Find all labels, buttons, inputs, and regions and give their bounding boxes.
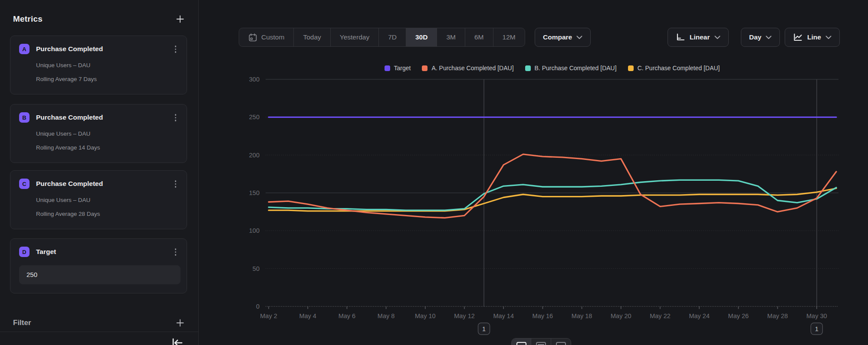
svg-text:May 16: May 16 — [533, 312, 553, 319]
legend-label: B. Purchase Completed [DAU] — [535, 65, 617, 72]
range-yesterday[interactable]: Yesterday — [331, 28, 379, 46]
chevron-down-icon — [825, 36, 832, 39]
target-value-input[interactable] — [19, 265, 181, 284]
series-b — [269, 180, 836, 210]
legend-label: Target — [394, 65, 411, 72]
add-filter-button[interactable] — [174, 317, 186, 329]
svg-text:May 30: May 30 — [806, 312, 827, 319]
svg-text:May 26: May 26 — [728, 312, 749, 319]
table-view-icon — [556, 342, 566, 345]
metric-menu-button[interactable] — [173, 179, 178, 189]
legend-item-c[interactable]: C. Purchase Completed [DAU] — [628, 65, 720, 72]
range-7d[interactable]: 7D — [379, 28, 406, 46]
target-card[interactable]: D Target — [10, 238, 187, 293]
metric-card-a[interactable]: A Purchase Completed Unique Users – DAU … — [10, 36, 187, 94]
metric-measure: Unique Users – DAU — [36, 197, 178, 203]
plus-icon — [176, 319, 184, 327]
svg-text:May 12: May 12 — [454, 312, 475, 319]
legend-label: A. Purchase Completed [DAU] — [431, 65, 513, 72]
view-toggle-split[interactable] — [531, 338, 551, 345]
collapse-sidebar-button[interactable] — [170, 337, 184, 345]
legend-swatch — [385, 65, 390, 71]
annotation-badge[interactable]: 1 — [811, 323, 822, 335]
compare-label: Compare — [543, 33, 572, 41]
legend-item-a[interactable]: A. Purchase Completed [DAU] — [422, 65, 513, 72]
range-label: 30D — [415, 33, 427, 41]
chart-type-label: Line — [807, 33, 821, 41]
split-view-icon — [536, 342, 546, 345]
svg-text:May 6: May 6 — [339, 312, 356, 319]
add-metric-button[interactable] — [174, 13, 186, 25]
svg-text:1: 1 — [482, 325, 486, 332]
view-toggle-chart[interactable] — [512, 338, 531, 345]
svg-text:250: 250 — [249, 114, 260, 120]
svg-text:200: 200 — [249, 152, 260, 159]
metric-card-c[interactable]: C Purchase Completed Unique Users – DAU … — [10, 170, 187, 229]
metric-card-header: D Target — [19, 247, 178, 257]
range-label: Custom — [261, 33, 284, 41]
range-label: 12M — [503, 33, 516, 41]
series-a — [269, 154, 836, 218]
view-toggle-table[interactable] — [551, 338, 571, 345]
sidebar-divider — [0, 332, 198, 332]
svg-text:May 2: May 2 — [260, 312, 277, 319]
chart-legend: Target A. Purchase Completed [DAU] B. Pu… — [266, 63, 838, 73]
chart-view-icon — [516, 342, 526, 345]
range-3m[interactable]: 3M — [437, 28, 465, 46]
range-custom[interactable]: Custom — [239, 28, 294, 46]
svg-text:May 4: May 4 — [299, 312, 316, 319]
chart-type-select-button[interactable]: Line — [785, 28, 840, 47]
annotation-badge[interactable]: 1 — [478, 323, 490, 335]
range-30d-active[interactable]: 30D — [406, 28, 437, 46]
svg-text:May 24: May 24 — [689, 312, 710, 319]
legend-item-target[interactable]: Target — [385, 65, 411, 72]
range-12m[interactable]: 12M — [493, 28, 525, 46]
gridlines: 050100150200250300 — [249, 76, 838, 310]
metric-transform: Rolling Average 28 Days — [36, 211, 178, 217]
range-6m[interactable]: 6M — [465, 28, 493, 46]
metric-badge: D — [19, 247, 30, 257]
metric-card-b[interactable]: B Purchase Completed Unique Users – DAU … — [10, 104, 187, 163]
chevron-down-icon — [576, 36, 582, 39]
metric-menu-button[interactable] — [173, 112, 178, 123]
metric-menu-button[interactable] — [173, 247, 178, 257]
sidebar-title: Metrics — [13, 14, 43, 24]
interval-select-button[interactable]: Day — [741, 28, 780, 47]
compare-button[interactable]: Compare — [535, 28, 591, 47]
svg-text:May 14: May 14 — [493, 312, 514, 319]
metric-title: Purchase Completed — [36, 45, 173, 53]
svg-text:May 10: May 10 — [415, 312, 436, 319]
filter-title: Filter — [13, 319, 31, 327]
svg-text:May 28: May 28 — [767, 312, 788, 319]
linear-axes-icon — [676, 33, 685, 42]
metric-menu-button[interactable] — [173, 44, 178, 55]
line-chart-icon — [793, 33, 803, 42]
metric-transform: Rolling Average 14 Days — [36, 144, 178, 151]
range-label: 7D — [388, 33, 397, 41]
interval-label: Day — [749, 33, 761, 41]
metric-title: Target — [36, 248, 173, 256]
series-c — [269, 189, 836, 211]
legend-item-b[interactable]: B. Purchase Completed [DAU] — [525, 65, 617, 72]
scale-select-button[interactable]: Linear — [667, 28, 729, 47]
legend-swatch — [422, 65, 427, 71]
chevron-down-icon — [714, 36, 720, 39]
svg-text:300: 300 — [249, 76, 260, 83]
metric-transform: Rolling Average 7 Days — [36, 76, 178, 82]
svg-text:1: 1 — [815, 325, 819, 332]
metric-title: Purchase Completed — [36, 180, 173, 188]
metric-title: Purchase Completed — [36, 114, 173, 121]
svg-text:100: 100 — [249, 227, 260, 234]
range-label: Yesterday — [340, 33, 369, 41]
view-toggle-toolbar — [511, 338, 571, 345]
range-today[interactable]: Today — [294, 28, 330, 46]
sidebar-header: Metrics — [13, 12, 186, 26]
metric-badge: C — [19, 179, 30, 189]
calendar-icon — [248, 33, 257, 42]
scale-label: Linear — [690, 33, 710, 41]
metric-badge: A — [19, 44, 30, 54]
svg-text:150: 150 — [249, 189, 260, 196]
svg-text:May 22: May 22 — [650, 312, 671, 319]
legend-swatch — [525, 65, 531, 71]
metric-card-header: B Purchase Completed — [19, 112, 178, 123]
